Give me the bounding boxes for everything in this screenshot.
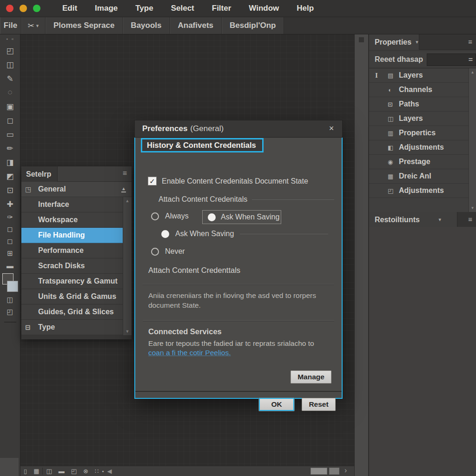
traffic-close-icon[interactable] bbox=[6, 5, 13, 12]
category-item-type[interactable]: ⊟ Type bbox=[21, 320, 123, 335]
menu-type[interactable]: Type bbox=[126, 4, 162, 13]
menu-filter[interactable]: Filter bbox=[203, 4, 240, 13]
menu-select[interactable]: Select bbox=[162, 4, 203, 13]
radio-ask-2-selected[interactable] bbox=[161, 230, 169, 238]
tool-preset-button[interactable]: ✂ ▾ bbox=[21, 17, 46, 34]
grid-view-icon[interactable]: ▦ bbox=[30, 468, 42, 475]
document-icon[interactable]: ▯ bbox=[20, 468, 30, 475]
traffic-zoom-icon[interactable] bbox=[33, 5, 40, 12]
frame-tool-icon[interactable]: ◻ bbox=[3, 113, 17, 127]
clone-stamp-tool-icon[interactable]: ◨ bbox=[3, 155, 17, 169]
restoiltiunts-tab[interactable]: Restoiltiunts ▾ bbox=[369, 212, 457, 227]
collapse-eject-icon[interactable]: ▲ bbox=[121, 186, 126, 192]
pen-tool-icon[interactable]: ✑ bbox=[3, 211, 17, 223]
quick-mask-tool-icon[interactable]: ◫ bbox=[3, 294, 17, 306]
hscroll-thumb[interactable] bbox=[311, 468, 327, 475]
brush-tool-icon[interactable]: ✏ bbox=[3, 141, 17, 155]
footer-divider bbox=[135, 391, 342, 392]
quick-select-tool-icon[interactable]: ◌ bbox=[3, 86, 17, 99]
manage-button[interactable]: Manage bbox=[291, 370, 331, 383]
ruler-icon[interactable]: ▬ bbox=[55, 468, 68, 475]
canvas-vertical-scrollbar[interactable] bbox=[354, 34, 368, 476]
gradient-tool-icon[interactable]: ✚ bbox=[3, 197, 17, 211]
category-item-workspace[interactable]: Workspace bbox=[21, 212, 123, 228]
panel-menu-icon[interactable]: ≡ bbox=[468, 38, 472, 46]
list-item-layers-2[interactable]: ◫ Layers bbox=[369, 112, 469, 126]
crop-tool-icon[interactable]: ▣ bbox=[3, 99, 17, 113]
checkbox-checked[interactable]: ✓ bbox=[148, 177, 157, 185]
category-item-scratch-disks[interactable]: Scrach Disks bbox=[21, 258, 123, 274]
list-item-adjustments-2[interactable]: ◰ Adjustments bbox=[369, 184, 469, 198]
list-item-dreic-anl[interactable]: ▦ Dreic Anl bbox=[369, 169, 469, 184]
collapse-panel-icon[interactable]: ▪ bbox=[6, 37, 7, 41]
dialog-title-bar[interactable]: Preferences (General) × bbox=[134, 120, 343, 138]
category-item-guides[interactable]: Guides, Grid & Slices bbox=[21, 304, 123, 320]
radio-always[interactable] bbox=[151, 212, 159, 220]
category-item-performance[interactable]: Performance bbox=[21, 243, 123, 258]
panels-list: I ▤ Layers ◖ Channels ⊡ Paths ◫ Layers ▥… bbox=[369, 68, 476, 212]
list-item-prestage[interactable]: ◉ Prestage bbox=[369, 155, 469, 169]
lasso-tool-icon[interactable]: ✎ bbox=[3, 72, 17, 86]
marquee-tool-icon[interactable]: ◫ bbox=[3, 58, 17, 72]
chevron-left-icon[interactable]: ◀ bbox=[104, 468, 115, 475]
list-item-paths[interactable]: ⊡ Paths bbox=[369, 97, 469, 112]
duplicate-icon[interactable]: ◫ bbox=[42, 468, 55, 475]
list-item-layers[interactable]: I ▤ Layers bbox=[369, 68, 469, 83]
menu-help[interactable]: Help bbox=[288, 4, 323, 13]
move-tool-icon[interactable]: ◰ bbox=[3, 44, 17, 58]
traffic-minimize-icon[interactable] bbox=[20, 5, 27, 12]
close-icon[interactable]: × bbox=[326, 124, 337, 133]
scroll-down-icon[interactable]: ▼ bbox=[126, 329, 130, 334]
grid-tool-icon[interactable]: ⊞ bbox=[3, 247, 17, 259]
category-item-transparency[interactable]: Tratsparency & Gamut bbox=[21, 274, 123, 289]
scroll-down-icon[interactable]: ▼ bbox=[471, 206, 475, 210]
cancel-icon[interactable]: ⊗ bbox=[80, 468, 92, 475]
radio-ask-selected[interactable] bbox=[208, 213, 216, 221]
panel-menu-icon[interactable]: ≡ bbox=[123, 169, 127, 178]
panel-menu-icon[interactable]: ≡ bbox=[468, 215, 472, 223]
eraser-tool-icon[interactable]: ⊡ bbox=[3, 183, 17, 197]
properties-tab[interactable]: Properties ▾ bbox=[369, 34, 419, 50]
chevron-right-icon[interactable]: › bbox=[344, 466, 347, 475]
panel-arrow-icon[interactable]: « bbox=[12, 37, 14, 41]
category-panel-tab[interactable]: Setelrp bbox=[21, 166, 58, 182]
ok-button[interactable]: OK bbox=[259, 398, 294, 411]
tab-plomes-seprace[interactable]: Plomes Seprace bbox=[46, 17, 123, 34]
file-menu-button[interactable]: File bbox=[0, 17, 21, 34]
adjustments-icon: ◧ bbox=[388, 144, 393, 151]
tab-besdipl-onp[interactable]: Besdipl'Onp bbox=[222, 17, 284, 34]
save-icon[interactable]: ◰ bbox=[68, 468, 80, 475]
history-brush-tool-icon[interactable]: ◩ bbox=[3, 169, 17, 183]
connected-services-link[interactable]: coan a fi the cotir Peelios. bbox=[148, 349, 231, 357]
background-color-swatch[interactable] bbox=[7, 281, 18, 292]
category-item-units[interactable]: Units & Grid & Gamus bbox=[21, 289, 123, 304]
menu-window[interactable]: Window bbox=[240, 4, 288, 13]
adjustments-icon: ◰ bbox=[388, 187, 393, 194]
rectangle-tool-icon[interactable]: ◻ bbox=[3, 235, 17, 247]
list-item-properties[interactable]: ▥ Propertics bbox=[369, 126, 469, 140]
list-item-channels[interactable]: ◖ Channels bbox=[369, 83, 469, 97]
panel-scrollbar[interactable]: ▲ ▼ bbox=[469, 68, 476, 212]
shape-tool-icon[interactable]: ◻ bbox=[3, 223, 17, 235]
menu-image[interactable]: Image bbox=[86, 4, 126, 13]
scroll-up-icon[interactable]: ▲ bbox=[471, 70, 475, 74]
list-item-adjustments[interactable]: ◧ Adjustments bbox=[369, 140, 469, 155]
menu-edit[interactable]: Edit bbox=[53, 4, 86, 13]
category-item-general[interactable]: ◳ General ▲ bbox=[21, 182, 132, 197]
category-scrollbar[interactable]: ▲ ▼ bbox=[123, 197, 132, 335]
scroll-up-icon[interactable]: ▲ bbox=[126, 198, 130, 203]
restoiltiunts-tab-row: Restoiltiunts ▾ ≡ bbox=[369, 212, 476, 227]
ask-when-saving-boxed-option[interactable]: Ask When Saving bbox=[202, 210, 281, 224]
tab-bayools[interactable]: Bayools bbox=[123, 17, 170, 34]
zoom-percent-icon[interactable]: ∷ bbox=[92, 468, 102, 475]
category-item-interface[interactable]: Interface bbox=[21, 197, 123, 212]
reset-button[interactable]: Reset bbox=[302, 398, 336, 411]
tab-anafivets[interactable]: Anafivets bbox=[170, 17, 222, 34]
reset-dropdown-field[interactable]: = bbox=[427, 53, 476, 66]
hand-tool-icon[interactable]: ▬ bbox=[3, 259, 17, 271]
category-item-file-handling[interactable]: File Handling bbox=[21, 228, 123, 243]
eyedropper-tool-icon[interactable]: ▭ bbox=[3, 127, 17, 141]
screen-mode-tool-icon[interactable]: ◰ bbox=[3, 306, 17, 318]
radio-never[interactable] bbox=[151, 248, 159, 256]
hscroll-thumb-2[interactable] bbox=[329, 468, 339, 475]
